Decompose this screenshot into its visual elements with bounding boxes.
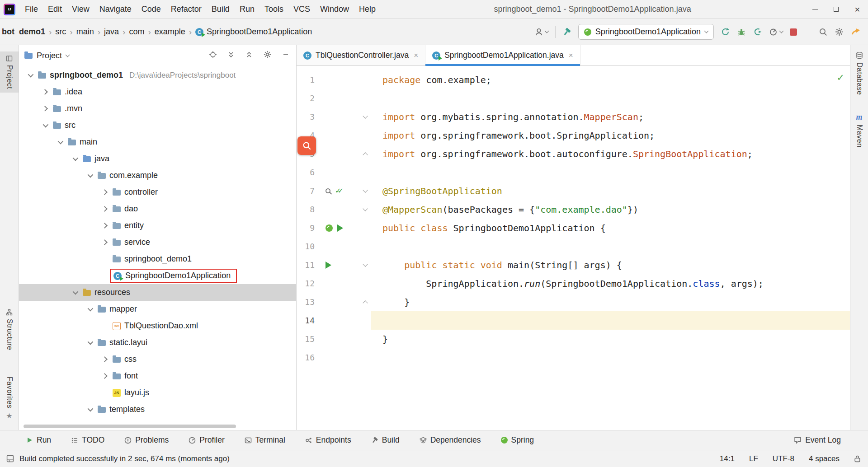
tree-row[interactable]: mapper [19,301,296,318]
tree-toggle-icon[interactable] [85,407,94,411]
fold-marker-icon[interactable] [363,187,368,192]
tree-row[interactable]: templates [19,401,296,418]
spring-bean-gutter-icon[interactable] [326,224,333,232]
breadcrumb-item[interactable]: C SpringbootDemo1Application [195,27,312,37]
tree-toggle-icon[interactable] [40,123,49,127]
collapse-all-button[interactable] [245,51,253,61]
breadcrumb-item[interactable]: example [155,27,185,37]
run-gutter-icon[interactable] [337,224,343,232]
tool-window-switcher-icon[interactable] [6,455,14,462]
tree-row[interactable]: static.layui [19,334,296,351]
checks-gutter-icon[interactable]: ✓✓ [335,187,346,195]
toolwindow-stripe-project[interactable]: Project [0,51,19,93]
file-encoding[interactable]: UTF-8 [773,454,794,463]
run-button[interactable] [721,27,730,37]
hide-panel-button[interactable] [282,51,290,61]
toolwindow-build[interactable]: Build [371,435,400,445]
line-number[interactable]: 13 [297,297,319,307]
tree-row[interactable]: .idea [19,84,296,100]
indent-setting[interactable]: 4 spaces [809,454,840,463]
tree-row[interactable]: CSpringbootDemo1Application [19,267,296,284]
line-number[interactable]: 7 [297,186,319,196]
tree-row[interactable]: font [19,368,296,384]
line-number[interactable]: 15 [297,334,319,344]
editor-tab[interactable]: CSpringbootDemo1Application.java× [425,45,580,65]
expand-all-button[interactable] [227,51,235,61]
toolwindow-problems[interactable]: Problems [124,435,169,445]
menu-file[interactable]: File [20,0,43,19]
tree-toggle-icon[interactable] [85,173,94,177]
tree-toggle-icon[interactable] [100,240,109,244]
tab-close-icon[interactable]: × [569,51,573,60]
run-gutter-icon[interactable] [326,262,331,269]
fold-marker-icon[interactable] [363,300,368,305]
menu-tools[interactable]: Tools [259,0,288,19]
line-number[interactable]: 11 [297,260,319,270]
tree-row[interactable]: entity [19,217,296,234]
minimize-button[interactable] [804,0,826,19]
tree-toggle-icon[interactable] [85,307,94,311]
tree-toggle-icon[interactable] [100,207,109,211]
breadcrumb-item[interactable]: java [104,27,119,37]
tree-toggle-icon[interactable] [100,374,109,378]
line-separator[interactable]: LF [749,454,758,463]
breadcrumb-item[interactable]: main [76,27,94,37]
toolwindow-profiler[interactable]: Profiler [189,435,224,445]
line-number[interactable]: 1 [297,75,319,84]
menu-run[interactable]: Run [235,0,259,19]
menu-vcs[interactable]: VCS [288,0,315,19]
tree-toggle-icon[interactable] [40,90,49,94]
toolwindow-spring[interactable]: Spring [501,435,534,445]
tree-row[interactable]: java [19,150,296,167]
tree-row[interactable]: dao [19,201,296,217]
tree-toggle-icon[interactable] [70,157,79,161]
tree-row[interactable]: main [19,134,296,150]
build-project-button[interactable] [562,28,571,37]
tree-row[interactable]: JSlayui.js [19,384,296,401]
search-everywhere-button[interactable] [819,28,828,37]
tree-toggle-icon[interactable] [40,107,49,111]
stop-button[interactable] [790,28,797,36]
menu-help[interactable]: Help [354,0,381,19]
tree-toggle-icon[interactable] [55,140,64,144]
menu-refactor[interactable]: Refactor [166,0,207,19]
tree-toggle-icon[interactable] [25,73,34,77]
tab-close-icon[interactable]: × [414,51,418,60]
line-number[interactable]: 12 [297,279,319,288]
panel-settings-button[interactable] [263,50,272,61]
toolwindow-event-log[interactable]: Event Log [794,435,841,445]
chevron-down-icon[interactable] [66,52,70,57]
toolwindow-stripe-maven[interactable]: m Maven [855,112,863,148]
tree-row[interactable]: resources [19,284,296,301]
line-number[interactable]: 10 [297,242,319,251]
toolwindow-todo[interactable]: TODO [71,435,104,445]
line-number[interactable]: 2 [297,93,319,103]
menu-code[interactable]: Code [137,0,166,19]
toolwindow-stripe-database[interactable]: Database [855,51,863,95]
locate-file-button[interactable] [209,51,217,61]
menu-navigate[interactable]: Navigate [94,0,137,19]
user-account-button[interactable] [534,28,548,37]
line-number[interactable]: 14 [297,316,319,325]
caret-position[interactable]: 14:1 [720,454,735,463]
maximize-button[interactable] [826,0,847,19]
breadcrumb-item[interactable]: src [55,27,66,37]
editor-tab[interactable]: CTblQuestionController.java× [297,45,425,65]
breadcrumb-item[interactable]: com [129,27,144,37]
toolwindow-endpoints[interactable]: Endpoints [305,435,351,445]
profiler-button[interactable] [769,28,783,37]
coverage-button[interactable] [753,27,762,37]
toolwindow-dependencies[interactable]: Dependencies [420,435,481,445]
horizontal-scrollbar[interactable] [24,425,236,428]
tree-row[interactable]: springboot_demo1D:\java\ideaProjects\spr… [19,67,296,84]
line-number[interactable]: 16 [297,353,319,362]
line-number[interactable]: 8 [297,205,319,214]
project-panel-title[interactable]: Project [37,51,62,61]
fold-marker-icon[interactable] [363,113,368,118]
menu-view[interactable]: View [67,0,94,19]
toolwindow-stripe-favorites[interactable]: Favorites ★ [0,373,19,424]
menu-build[interactable]: Build [207,0,235,19]
menu-edit[interactable]: Edit [43,0,67,19]
toolwindow-terminal[interactable]: Terminal [245,435,285,445]
tree-toggle-icon[interactable] [100,190,109,194]
